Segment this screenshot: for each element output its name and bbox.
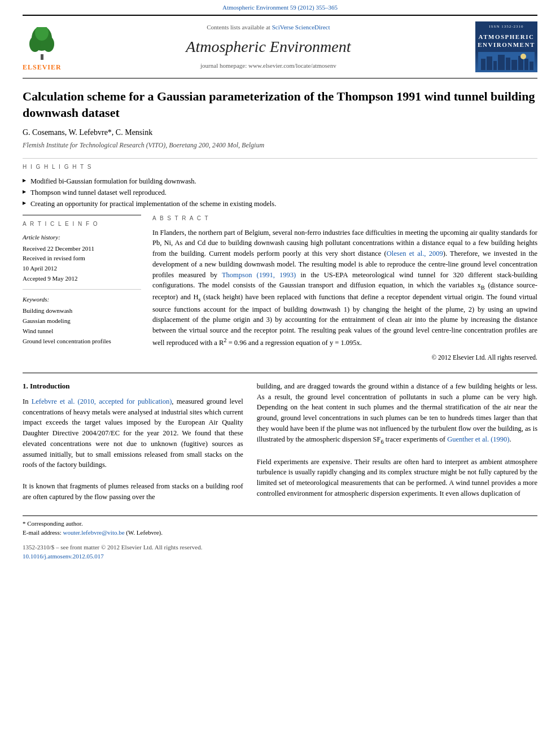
intro-left-col: 1. Introduction In Lefebvre et al. (2010… — [23, 381, 243, 502]
highlight-item-1: Modified bi-Gaussian formulation for bui… — [23, 176, 537, 186]
section-divider — [23, 373, 537, 373]
article-info-box: A R T I C L E I N F O Article history: R… — [23, 215, 141, 290]
keywords-box: Keywords: Building downwash Gaussian mod… — [23, 295, 141, 346]
svg-rect-11 — [511, 60, 517, 70]
elsevier-logo: ELSEVIER — [23, 21, 62, 72]
email-name: (W. Lefebvre). — [126, 529, 163, 536]
introduction-section: 1. Introduction In Lefebvre et al. (2010… — [23, 381, 537, 502]
affiliation: Flemish Institute for Technological Rese… — [23, 141, 537, 150]
email-link[interactable]: wouter.lefebvre@vito.be — [63, 529, 124, 536]
accepted-date: Accepted 9 May 2012 — [23, 274, 141, 283]
svg-rect-9 — [498, 55, 505, 70]
svg-rect-7 — [487, 56, 492, 70]
email-label: E-mail address: — [23, 529, 62, 536]
highlights-section: H I G H L I G H T S Modified bi-Gaussian… — [23, 163, 537, 209]
highlights-heading: H I G H L I G H T S — [23, 163, 537, 172]
email-line: E-mail address: wouter.lefebvre@vito.be … — [23, 528, 537, 538]
logo-cityscape-icon — [478, 52, 535, 70]
elsevier-brand-text: ELSEVIER — [23, 63, 62, 72]
journal-header-center: Contents lists available at SciVerse Sci… — [62, 23, 475, 71]
sciverse-line: Contents lists available at SciVerse Sci… — [67, 23, 470, 32]
article-info-heading: A R T I C L E I N F O — [23, 220, 141, 229]
article-info-col: A R T I C L E I N F O Article history: R… — [23, 215, 141, 362]
atmospheric-environment-logo: ISSN 1352-2310 ATMOSPHERICENVIRONMENT — [475, 21, 537, 72]
keywords-label: Keywords: — [23, 295, 141, 304]
svg-point-15 — [520, 54, 526, 59]
doi-anchor[interactable]: 10.1016/j.atmosenv.2012.05.017 — [23, 553, 104, 560]
journal-ref-text: Atmospheric Environment 59 (2012) 355–36… — [222, 4, 338, 11]
ref-lefebvre[interactable]: Lefebvre et al. (2010, accepted for publ… — [32, 397, 172, 405]
logo-title: ATMOSPHERICENVIRONMENT — [478, 33, 535, 49]
journal-title: Atmospheric Environment — [67, 36, 470, 59]
footnote-area: * Corresponding author. E-mail address: … — [23, 516, 537, 538]
corresponding-author-note: * Corresponding author. — [23, 519, 537, 528]
keyword-4: Ground level concentration profiles — [23, 337, 141, 346]
abstract-text: In Flanders, the northern part of Belgiu… — [152, 228, 537, 362]
journal-homepage: journal homepage: www.elsevier.com/locat… — [67, 62, 470, 71]
intro-para-1: In Lefebvre et al. (2010, accepted for p… — [23, 396, 243, 470]
revised-label: Received in revised form — [23, 254, 141, 263]
svg-rect-14 — [530, 62, 533, 70]
highlights-list: Modified bi-Gaussian formulation for bui… — [23, 176, 537, 209]
ref-olesen[interactable]: Olesen et al., 2009 — [387, 250, 443, 257]
footer-bar: 1352-2310/$ – see front matter © 2012 El… — [23, 543, 537, 561]
intro-para-3: building, and are dragged towards the gr… — [257, 381, 537, 446]
highlight-item-2: Thompson wind tunnel dataset well reprod… — [23, 187, 537, 198]
revised-date: 10 April 2012 — [23, 264, 141, 273]
logo-top-text: ISSN 1352-2310 — [489, 24, 523, 29]
intro-para-2: It is known that fragments of plumes rel… — [23, 481, 243, 503]
intro-right-col: building, and are dragged towards the gr… — [257, 381, 537, 502]
keyword-2: Gaussian modeling — [23, 317, 141, 326]
received-date: Received 22 December 2011 — [23, 244, 141, 254]
info-abstract-section: A R T I C L E I N F O Article history: R… — [23, 215, 537, 362]
highlights-rule — [23, 158, 537, 159]
svg-rect-13 — [524, 59, 528, 70]
ref-guenther[interactable]: Guenther et al. (1990) — [447, 435, 509, 443]
history-label: Article history: — [23, 233, 141, 242]
elsevier-tree-icon — [27, 27, 58, 61]
copyright-text: © 2012 Elsevier Ltd. All rights reserved… — [152, 353, 537, 362]
keyword-3: Wind tunnel — [23, 327, 141, 336]
svg-rect-6 — [481, 59, 485, 70]
svg-rect-0 — [41, 54, 43, 60]
journal-ref-bar: Atmospheric Environment 59 (2012) 355–36… — [0, 0, 560, 15]
svg-rect-8 — [493, 61, 497, 70]
highlight-item-3: Creating an opportunity for practical im… — [23, 199, 537, 209]
ref-thompson[interactable]: Thompson (1991, 1993) — [222, 271, 296, 279]
svg-rect-10 — [506, 58, 510, 70]
keyword-1: Building downwash — [23, 307, 141, 316]
abstract-heading: A B S T R A C T — [152, 215, 537, 223]
authors: G. Cosemans, W. Lefebvre*, C. Mensink — [23, 127, 537, 138]
abstract-col: A B S T R A C T In Flanders, the norther… — [152, 215, 537, 362]
intro-heading: 1. Introduction — [23, 381, 243, 392]
sciverse-link[interactable]: SciVerse ScienceDirect — [272, 24, 330, 30]
article-title: Calculation scheme for a Gaussian parame… — [23, 89, 537, 121]
intro-para-4: Field experiments are expensive. Their r… — [257, 457, 537, 499]
issn-notice: 1352-2310/$ – see front matter © 2012 El… — [23, 543, 537, 552]
doi-link: 10.1016/j.atmosenv.2012.05.017 — [23, 552, 537, 561]
